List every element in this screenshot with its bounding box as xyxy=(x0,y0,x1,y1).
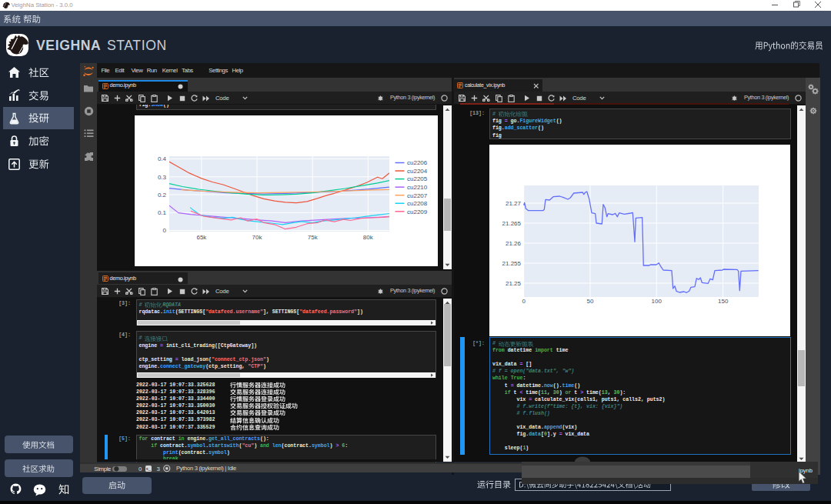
svg-text:150: 150 xyxy=(718,298,729,305)
svg-text:65k: 65k xyxy=(196,234,207,241)
svg-text:0.3: 0.3 xyxy=(158,174,167,181)
svg-text:cu2204: cu2204 xyxy=(407,168,428,175)
svg-text:50: 50 xyxy=(586,298,593,305)
svg-text:cu2205: cu2205 xyxy=(407,175,428,182)
svg-text:100: 100 xyxy=(651,298,662,305)
svg-text:0: 0 xyxy=(522,298,526,305)
svg-text:21.25: 21.25 xyxy=(505,280,521,287)
svg-text:21.265: 21.265 xyxy=(502,220,521,227)
svg-text:0: 0 xyxy=(163,227,167,234)
svg-text:80k: 80k xyxy=(363,234,374,241)
svg-text:cu2210: cu2210 xyxy=(407,184,428,191)
svg-text:cu2207: cu2207 xyxy=(407,192,428,199)
svg-text:cu2208: cu2208 xyxy=(407,200,428,207)
svg-text:0.1: 0.1 xyxy=(158,209,167,216)
svg-text:21.255: 21.255 xyxy=(502,260,521,267)
svg-text:70k: 70k xyxy=(252,234,263,241)
svg-text:75k: 75k xyxy=(308,234,319,241)
svg-text:21.27: 21.27 xyxy=(505,200,521,207)
svg-text:0.2: 0.2 xyxy=(158,192,167,199)
svg-text:0.4: 0.4 xyxy=(158,155,167,162)
svg-text:cu2209: cu2209 xyxy=(407,209,428,215)
svg-text:21.26: 21.26 xyxy=(505,240,521,247)
svg-text:cu2206: cu2206 xyxy=(407,159,428,166)
